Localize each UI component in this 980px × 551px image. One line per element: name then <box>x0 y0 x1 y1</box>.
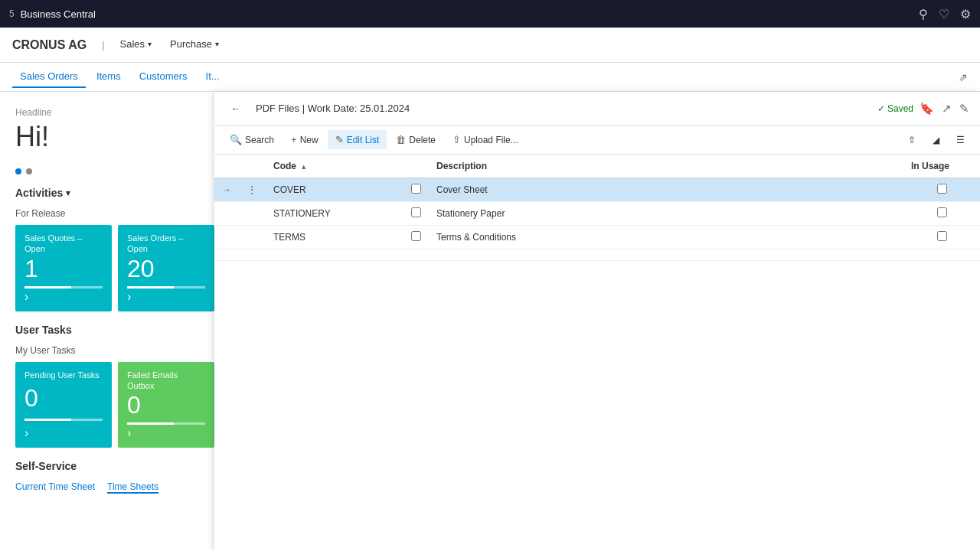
activities-heading: Activities ▾ <box>15 187 214 199</box>
table-body: → ⋮ COVER Cover Sheet <box>214 178 980 261</box>
view-button[interactable]: ☰ <box>949 131 972 149</box>
row-inusage-cell[interactable] <box>903 226 980 249</box>
card-sales-quotes-arrow: › <box>24 290 103 304</box>
sec-nav-customers[interactable]: Customers <box>132 66 195 88</box>
nav-purchase[interactable]: Purchase ▾ <box>161 28 228 63</box>
card-failed-emails-number: 0 <box>127 391 205 419</box>
row-action-cell[interactable] <box>239 226 266 249</box>
sec-nav-items[interactable]: Items <box>89 66 129 88</box>
row-inusage-cell[interactable] <box>903 178 980 202</box>
card-failed-emails-arrow: › <box>127 426 205 440</box>
view-icon: ☰ <box>956 135 965 145</box>
row-desc-cell <box>429 249 903 261</box>
card-failed-emails-title: Failed Emails Outbox <box>127 370 205 392</box>
table-row[interactable]: → ⋮ COVER Cover Sheet <box>214 178 980 202</box>
card-sales-quotes-number: 1 <box>24 255 103 283</box>
row-desc-cell: Cover Sheet <box>429 178 903 202</box>
headline-label: Headline <box>15 107 214 118</box>
back-button[interactable]: ← <box>225 100 247 117</box>
row-action-cell[interactable] <box>239 202 266 226</box>
row-arrow-cell: → <box>214 178 239 202</box>
row-checkbox-cell[interactable] <box>403 178 429 202</box>
dot-active <box>15 168 21 174</box>
row-inusage-checkbox[interactable] <box>937 231 947 241</box>
sec-nav-more-label: It... <box>206 70 220 82</box>
row-checkbox-cell[interactable] <box>403 226 429 249</box>
table-row[interactable]: STATIONERY Stationery Paper <box>214 202 980 226</box>
table-row[interactable] <box>214 249 980 261</box>
card-sales-orders-title: Sales Orders – Open <box>127 233 205 255</box>
row-inusage-checkbox[interactable] <box>937 184 947 194</box>
row-checkbox-cell <box>403 249 429 261</box>
table-row[interactable]: TERMS Terms & Conditions <box>214 226 980 249</box>
card-pending-tasks-title: Pending User Tasks <box>24 370 103 380</box>
delete-label: Delete <box>409 135 436 145</box>
th-inusage[interactable]: In Usage <box>903 155 980 178</box>
bookmark-icon[interactable]: 🔖 <box>920 102 934 116</box>
edit-list-button[interactable]: ✎ Edit List <box>328 130 387 149</box>
sec-nav-sales-orders-label: Sales Orders <box>20 70 78 82</box>
delete-button[interactable]: 🗑 Delete <box>388 130 443 149</box>
row-code-cell <box>266 249 403 261</box>
card-pending-tasks-arrow: › <box>24 426 103 440</box>
row-action-cell[interactable] <box>239 249 266 261</box>
row-checkbox[interactable] <box>411 207 421 217</box>
delete-icon: 🗑 <box>396 134 406 145</box>
upload-label: Upload File... <box>464 135 518 145</box>
share-icon[interactable]: ↗ <box>942 102 952 116</box>
new-button[interactable]: + New <box>283 130 326 149</box>
nav-purchase-arrow: ▾ <box>215 40 219 48</box>
row-inusage-checkbox[interactable] <box>937 207 947 217</box>
left-panel: Headline Hi! Activities ▾ For Release Sa… <box>0 92 230 551</box>
th-description[interactable]: Description <box>429 155 903 178</box>
cards-row: Sales Quotes – Open 1 › Sales Orders – O… <box>15 225 214 311</box>
edit-list-icon: ✎ <box>335 134 344 145</box>
self-service-heading: Self-Service <box>15 460 214 472</box>
upload-button[interactable]: ⇧ Upload File... <box>445 130 526 149</box>
card-sales-quotes[interactable]: Sales Quotes – Open 1 › <box>15 225 112 311</box>
share-toolbar-button[interactable]: ⇧ <box>900 131 923 149</box>
data-table: Code ▲ Description In Usage <box>214 155 980 261</box>
th-indicator <box>214 155 239 178</box>
table-header: Code ▲ Description In Usage <box>214 155 980 178</box>
user-cards-row: Pending User Tasks 0 › Failed Emails Out… <box>15 362 214 448</box>
filter-icon: ◢ <box>933 135 939 145</box>
search-label: Search <box>245 135 274 145</box>
row-inusage-cell <box>903 249 980 261</box>
row-checkbox[interactable] <box>411 184 421 194</box>
main-area: Headline Hi! Activities ▾ For Release Sa… <box>0 92 980 551</box>
brand-name: CRONUS AG <box>12 38 87 52</box>
card-failed-emails[interactable]: Failed Emails Outbox 0 › <box>118 362 214 448</box>
row-inusage-cell[interactable] <box>903 202 980 226</box>
card-sales-orders-arrow: › <box>127 290 205 304</box>
row-action-cell[interactable]: ⋮ <box>239 178 266 202</box>
filter-button[interactable]: ◢ <box>925 131 947 149</box>
th-code[interactable]: Code ▲ <box>266 155 403 178</box>
row-checkbox[interactable] <box>411 231 421 241</box>
row-dots-icon[interactable]: ⋮ <box>247 184 258 196</box>
app-title-area: 5 Business Central <box>9 8 96 20</box>
edit-icon[interactable]: ✎ <box>959 102 969 116</box>
current-time-sheet-link[interactable]: Current Time Sheet <box>15 481 95 494</box>
edit-list-label: Edit List <box>347 135 380 145</box>
bell-icon[interactable]: ♡ <box>939 7 949 21</box>
secondary-nav: Sales Orders Items Customers It... ⇗ <box>0 63 980 92</box>
sec-nav-more[interactable]: It... <box>198 66 227 88</box>
settings-icon[interactable]: ⚙ <box>960 7 971 21</box>
nav-sales[interactable]: Sales ▾ <box>111 28 162 63</box>
panel-header: ← PDF Files | Work Date: 25.01.2024 ✓ Sa… <box>214 92 980 126</box>
time-sheets-link[interactable]: Time Sheets <box>107 481 158 494</box>
sec-nav-sales-orders[interactable]: Sales Orders <box>12 66 86 88</box>
row-checkbox-cell[interactable] <box>403 202 429 226</box>
card-pending-tasks[interactable]: Pending User Tasks 0 › <box>15 362 112 448</box>
sort-asc-icon: ▲ <box>300 163 307 171</box>
row-desc-cell: Stationery Paper <box>429 202 903 226</box>
dots-row <box>15 168 214 174</box>
app-version: 5 <box>9 8 15 19</box>
card-sales-orders[interactable]: Sales Orders – Open 20 › <box>118 225 214 311</box>
search-icon[interactable]: ⚲ <box>919 7 928 21</box>
nav-sales-arrow: ▾ <box>148 40 152 48</box>
headline-text: Hi! <box>15 121 214 153</box>
expand-icon[interactable]: ⇗ <box>959 71 968 83</box>
search-button[interactable]: 🔍 Search <box>222 130 282 149</box>
